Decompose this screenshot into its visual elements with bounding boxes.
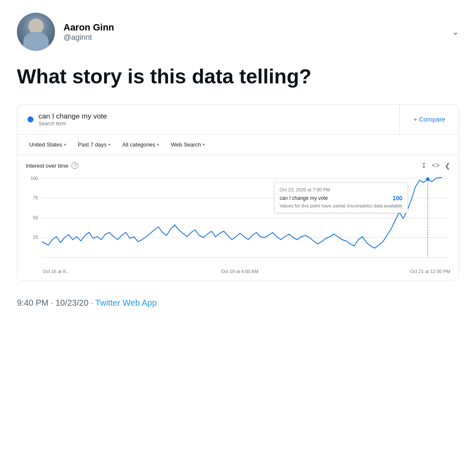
compare-label: + Compare [413,116,445,123]
trends-card: can I change my vote Search term + Compa… [17,104,459,281]
svg-point-10 [426,177,429,181]
period-filter[interactable]: Past 7 days ▾ [74,140,114,149]
filters-row: United States ▾ Past 7 days ▾ All catego… [17,135,459,155]
search-term-row: can I change my vote Search term + Compa… [17,105,459,135]
period-label: Past 7 days [78,141,107,148]
compare-button[interactable]: + Compare [400,105,459,134]
chart-title: Interest over time [26,163,68,169]
tooltip-value-row: can I change my vote 100 [280,195,402,202]
category-filter[interactable]: All categories ▾ [119,140,162,149]
chart-tooltip: Oct 23, 2020 at 7:00 PM can I change my … [274,182,408,213]
region-arrow-icon: ▾ [64,142,66,147]
avatar[interactable] [17,13,55,51]
x-label-2: Oct 19 at 4:00 AM [221,269,259,274]
region-filter[interactable]: United States ▾ [26,140,69,149]
tweet-time: 9:40 PM [17,298,48,307]
chart-wrapper: 100 75 50 25 [26,174,450,267]
profile-left: Aaron Ginn @aginnt [17,13,114,51]
x-axis-labels: Oct 16 at 8... Oct 19 at 4:00 AM Oct 21 … [26,267,450,274]
category-arrow-icon: ▾ [157,142,159,147]
search-term-text: can I change my vote Search term [39,112,107,127]
tooltip-term: can I change my vote [280,195,328,201]
x-label-3: Oct 21 at 12:00 PM [410,269,450,274]
footer-separator-1: · [51,298,53,307]
search-term-color-dot [28,116,33,122]
tooltip-note: Values for this point have partial (inco… [280,203,402,208]
profile-row: Aaron Ginn @aginnt ⌄ [17,13,459,51]
period-arrow-icon: ▾ [108,142,110,147]
profile-handle[interactable]: @aginnt [63,33,114,42]
type-label: Web Search [171,141,201,148]
profile-name[interactable]: Aaron Ginn [63,22,114,33]
chart-header: Interest over time ? ↧ <> ❮ [26,162,450,170]
search-term-value: can I change my vote [39,112,107,121]
download-icon[interactable]: ↧ [421,162,426,170]
tweet-date: 10/23/20 [55,298,88,307]
x-label-1: Oct 16 at 8... [43,269,69,274]
svg-text:50: 50 [33,215,38,220]
svg-text:25: 25 [33,234,38,239]
type-arrow-icon: ▾ [203,142,205,147]
profile-info: Aaron Ginn @aginnt [63,22,114,42]
tweet-source[interactable]: Twitter Web App [95,298,157,307]
chart-title-row: Interest over time ? [26,162,78,169]
svg-text:100: 100 [30,175,38,180]
share-icon[interactable]: ❮ [445,162,450,170]
help-icon[interactable]: ? [72,162,78,169]
tooltip-date: Oct 23, 2020 at 7:00 PM [280,187,402,192]
search-term-left: can I change my vote Search term [17,105,400,134]
tooltip-value: 100 [393,195,402,202]
search-term-label: Search term [39,121,107,127]
chevron-down-icon[interactable]: ⌄ [452,27,459,37]
footer-separator-2: · [91,298,94,307]
category-label: All categories [122,141,155,148]
embed-icon[interactable]: <> [432,162,440,170]
type-filter[interactable]: Web Search ▾ [168,140,208,149]
region-label: United States [29,141,62,148]
chart-actions: ↧ <> ❮ [421,162,450,170]
tweet-footer: 9:40 PM · 10/23/20 · Twitter Web App [17,298,459,308]
tweet-text: What story is this data telling? [17,64,459,89]
svg-text:75: 75 [33,195,38,200]
chart-area: Interest over time ? ↧ <> ❮ 100 75 50 25 [17,155,459,281]
